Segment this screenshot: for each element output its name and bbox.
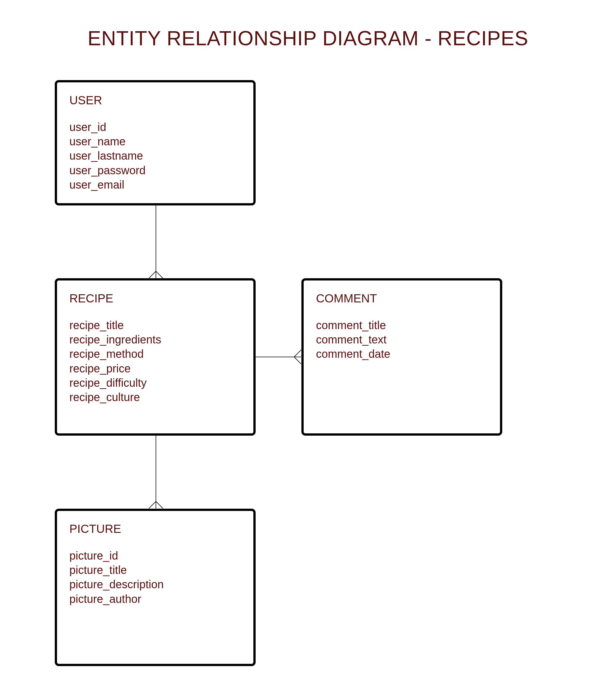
entity-comment-attr: comment_date bbox=[316, 347, 489, 361]
entity-recipe-attr: recipe_difficulty bbox=[70, 376, 242, 390]
entity-comment-attr: comment_text bbox=[316, 332, 489, 347]
connector-recipe-comment bbox=[256, 341, 301, 372]
connector-user-recipe bbox=[140, 205, 171, 279]
entity-picture-attr: picture_author bbox=[70, 592, 242, 606]
svg-line-2 bbox=[156, 271, 163, 278]
svg-line-6 bbox=[294, 357, 301, 364]
entity-picture-attr: picture_description bbox=[70, 577, 242, 592]
connector-recipe-picture bbox=[140, 436, 171, 509]
entity-recipe-attr: recipe_culture bbox=[70, 390, 242, 404]
entity-picture-attr: picture_id bbox=[70, 549, 242, 563]
entity-comment-attr: comment_title bbox=[316, 318, 489, 332]
entity-user-attr: user_lastname bbox=[70, 149, 242, 163]
entity-user-attr: user_id bbox=[70, 120, 242, 134]
entity-recipe-name: RECIPE bbox=[70, 292, 242, 305]
entity-recipe: RECIPE recipe_title recipe_ingredients r… bbox=[55, 278, 256, 436]
entity-picture: PICTURE picture_id picture_title picture… bbox=[55, 509, 256, 666]
svg-line-9 bbox=[149, 501, 156, 508]
entity-user-attr: user_name bbox=[70, 134, 242, 149]
entity-user-attr: user_password bbox=[70, 163, 242, 178]
entity-recipe-attr: recipe_price bbox=[70, 361, 242, 376]
svg-line-5 bbox=[294, 350, 301, 357]
entity-user: USER user_id user_name user_lastname use… bbox=[55, 80, 256, 205]
entity-user-attr: user_email bbox=[70, 178, 242, 192]
entity-recipe-attr: recipe_title bbox=[70, 318, 242, 332]
entity-recipe-attr: recipe_method bbox=[70, 347, 242, 361]
entity-picture-name: PICTURE bbox=[70, 522, 242, 536]
entity-user-name: USER bbox=[70, 93, 242, 107]
svg-line-10 bbox=[156, 501, 163, 508]
diagram-title: ENTITY RELATIONSHIP DIAGRAM - RECIPES bbox=[0, 27, 616, 50]
svg-line-1 bbox=[149, 271, 156, 278]
entity-picture-attr: picture_title bbox=[70, 563, 242, 577]
entity-recipe-attr: recipe_ingredients bbox=[70, 332, 242, 347]
entity-comment: COMMENT comment_title comment_text comme… bbox=[301, 278, 502, 436]
entity-comment-name: COMMENT bbox=[316, 292, 489, 305]
